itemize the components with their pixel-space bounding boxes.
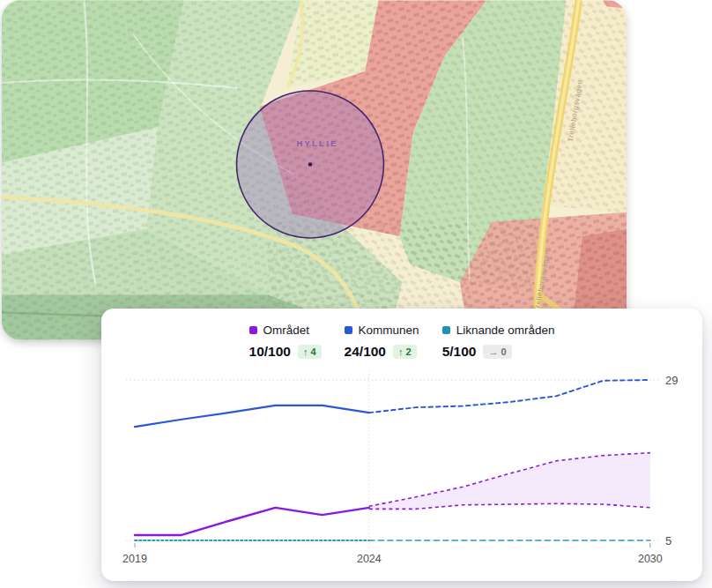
map-svg: HYLLIE Trelleborgsvägen Trelleborgsvägen [2, 0, 627, 340]
area-name-label: HYLLIE [296, 138, 337, 148]
x-axis-label-2024: 2024 [357, 553, 382, 565]
forecast-band-Området [369, 453, 650, 510]
trend-badge: ↑4 [298, 345, 322, 359]
trend-delta: 2 [406, 347, 412, 357]
trend-flat-icon: → [488, 347, 498, 357]
area-center-dot [308, 162, 313, 167]
legend-marker-kommunen [345, 326, 352, 334]
stats-panel: Området 10/100 ↑4 Kommunen 24/100 ↑2 Lik… [101, 309, 702, 581]
trend-delta: 0 [501, 347, 506, 357]
trend-badge: →0 [483, 345, 511, 359]
trend-badge: ↑2 [393, 345, 417, 359]
historic-line-Området [135, 508, 369, 535]
trend-delta: 4 [310, 347, 315, 357]
legend-label: Kommunen [359, 324, 419, 337]
historic-line-Kommunen [135, 406, 369, 427]
score-map[interactable]: HYLLIE Trelleborgsvägen Trelleborgsvägen [2, 0, 627, 340]
legend-marker-liknande [442, 326, 450, 334]
chart-legend: Området 10/100 ↑4 Kommunen 24/100 ↑2 Lik… [101, 324, 702, 360]
forecast-line-Kommunen [369, 380, 650, 413]
app-screen: { "map": { "area_label": "HYLLIE", "stre… [0, 0, 712, 588]
x-axis-label-2030: 2030 [638, 553, 663, 565]
legend-label: Området [263, 324, 310, 337]
score-value: 24/100 [345, 344, 386, 360]
y-axis-label-5: 5 [665, 534, 671, 547]
trend-up-icon: ↑ [398, 347, 404, 357]
legend-marker-omradet [249, 326, 257, 334]
score-value: 5/100 [442, 344, 477, 360]
legend-label: Liknande områden [456, 324, 555, 337]
x-axis-label-2019: 2019 [122, 553, 147, 565]
score-value: 10/100 [249, 344, 291, 360]
legend-item-omradet[interactable]: Området 10/100 ↑4 [249, 324, 322, 360]
legend-item-kommunen[interactable]: Kommunen 24/100 ↑2 [345, 324, 419, 360]
legend-item-liknande-omraden[interactable]: Liknande områden 5/100 →0 [442, 324, 555, 360]
trend-up-icon: ↑ [303, 347, 308, 357]
y-axis-label-29: 29 [665, 374, 678, 387]
